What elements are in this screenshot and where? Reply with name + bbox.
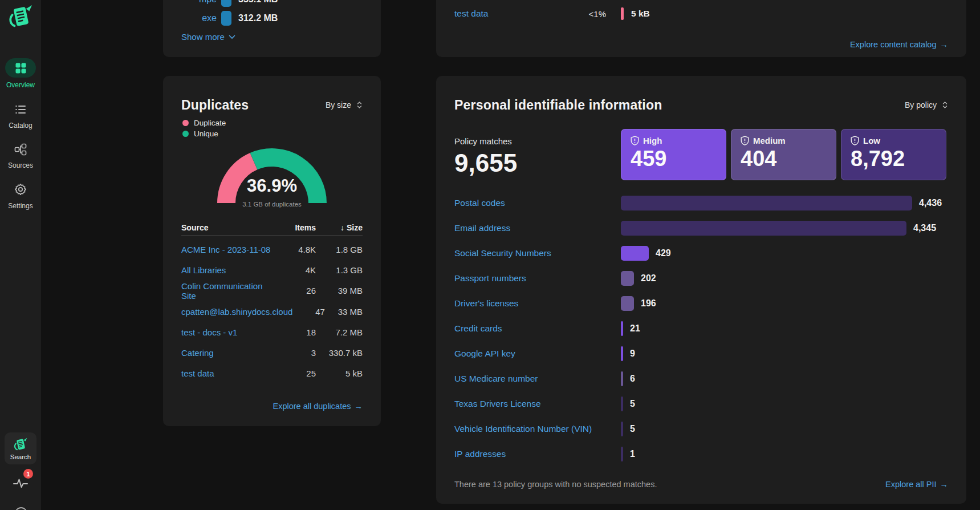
- activity-button[interactable]: 1: [0, 469, 41, 492]
- severity-value: 404: [741, 145, 827, 172]
- pii-bar: [621, 371, 623, 386]
- file-types-card: mpe335.1 MBexe312.2 MB Show more: [163, 0, 381, 57]
- pii-bar-value: 202: [641, 273, 656, 284]
- pii-category-link[interactable]: IP addresses: [454, 449, 621, 459]
- network-icon: [14, 143, 27, 158]
- pii-category-link[interactable]: Vehicle Identification Number (VIN): [454, 424, 621, 434]
- pii-category-link[interactable]: US Medicare number: [454, 374, 621, 384]
- pii-title: Personal identifiable information: [454, 98, 662, 113]
- severity-card-high[interactable]: High459: [621, 129, 726, 180]
- pii-category-link[interactable]: Google API key: [454, 349, 621, 359]
- pii-category-link[interactable]: Credit cards: [454, 323, 621, 334]
- pii-bar-value: 4,436: [919, 198, 942, 208]
- gauge-caption: 3.1 GB of duplicates: [206, 201, 338, 208]
- sidebar-item-label: Sources: [8, 161, 33, 169]
- help-icon[interactable]: [14, 504, 28, 510]
- link-label: Explore content catalog: [850, 40, 937, 49]
- size-value: 33 MB: [325, 307, 363, 317]
- pii-category-link[interactable]: Driver's licenses: [454, 298, 621, 309]
- policy-matches-label: Policy matches: [454, 136, 512, 146]
- severity-label: High: [643, 136, 662, 145]
- pii-category-link[interactable]: Social Security Numbers: [454, 248, 621, 258]
- shield-icon: [851, 136, 859, 145]
- pii-bar: [621, 246, 649, 261]
- source-link[interactable]: Colin Communication Site: [181, 281, 276, 301]
- source-link[interactable]: cpatten@lab.shinydocs.cloud: [181, 307, 292, 317]
- file-type-link[interactable]: exe: [181, 13, 217, 23]
- explore-content-catalog-link[interactable]: Explore content catalog →: [850, 40, 948, 49]
- table-row: Catering3330.7 kB: [181, 342, 363, 363]
- source-link[interactable]: ACME Inc - 2023-11-08: [181, 245, 276, 254]
- items-value: 25: [276, 369, 316, 378]
- pii-bar-row: Email address4,345: [454, 216, 948, 241]
- pii-bar-value: 21: [630, 323, 640, 334]
- pii-bar: [621, 422, 623, 436]
- pii-bar: [621, 196, 912, 211]
- pii-bar-value: 4,345: [913, 223, 936, 233]
- size-value: 39 MB: [316, 286, 363, 296]
- file-type-link[interactable]: mpe: [181, 0, 217, 5]
- size-value: 1.8 GB: [316, 245, 363, 254]
- severity-label: Low: [863, 136, 880, 145]
- size-value: 1.3 GB: [316, 265, 363, 275]
- severity-label-row: High: [631, 136, 717, 145]
- sidebar-item-overview[interactable]: Overview: [0, 58, 41, 89]
- source-link[interactable]: test data: [181, 369, 276, 378]
- explore-all-pii-link[interactable]: Explore all PII →: [885, 480, 948, 489]
- duplicates-table-rows: ACME Inc - 2023-11-084.8K1.8 GBAll Libra…: [181, 239, 363, 384]
- sidebar-item-sources[interactable]: Sources: [0, 143, 41, 169]
- policy-matches-value: 9,655: [454, 149, 517, 177]
- source-link[interactable]: test - docs - v1: [181, 327, 276, 337]
- pii-category-link[interactable]: Email address: [454, 223, 621, 233]
- pii-card: Personal identifiable information By pol…: [436, 76, 966, 504]
- legend-item: Duplicate: [182, 118, 226, 128]
- link-label: Explore all duplicates: [273, 402, 351, 411]
- show-more-link[interactable]: Show more: [181, 32, 235, 42]
- severity-value: 459: [631, 145, 717, 172]
- source-link[interactable]: Catering: [181, 348, 276, 358]
- list-icon: [14, 103, 27, 118]
- pii-bar-row: Postal codes4,436: [454, 191, 948, 216]
- duplicates-card: Duplicates By size DuplicateUnique 36.9%…: [163, 76, 381, 426]
- chevron-down-icon: [229, 35, 235, 39]
- sidebar-item-settings[interactable]: Settings: [0, 183, 41, 210]
- pii-category-link[interactable]: Passport numbers: [454, 273, 621, 284]
- sidebar-item-catalog[interactable]: Catalog: [0, 103, 41, 129]
- table-row: test - docs - v1187.2 MB: [181, 322, 363, 342]
- items-header[interactable]: Items: [276, 223, 316, 232]
- pii-sort-dropdown[interactable]: By policy: [905, 100, 948, 110]
- severity-cards: High459Medium404Low8,792: [621, 129, 946, 180]
- pii-bar: [621, 396, 623, 411]
- size-value: 330.7 kB: [316, 348, 363, 358]
- pii-bar-row: Social Security Numbers429: [454, 241, 948, 266]
- file-type-bar: [221, 11, 231, 26]
- source-header[interactable]: Source: [181, 223, 276, 232]
- items-value: 4K: [276, 265, 316, 275]
- search-button[interactable]: Search: [5, 432, 36, 464]
- severity-card-medium[interactable]: Medium404: [731, 129, 836, 180]
- table-row: Colin Communication Site2639 MB: [181, 281, 363, 301]
- pii-bar: [621, 346, 623, 361]
- explore-all-duplicates-link[interactable]: Explore all duplicates →: [273, 402, 363, 411]
- file-type-row: exe312.2 MB: [181, 9, 363, 27]
- duplicates-gauge: 36.9% 3.1 GB of duplicates: [206, 146, 338, 213]
- duplicates-sort-dropdown[interactable]: By size: [326, 100, 363, 110]
- shinydocs-logo-icon: [13, 437, 28, 452]
- pii-bar: [621, 221, 906, 236]
- shield-icon: [631, 136, 639, 145]
- pii-bar-value: 5: [630, 399, 635, 409]
- pii-category-link[interactable]: Texas Drivers License: [454, 399, 621, 409]
- app-logo[interactable]: [7, 3, 34, 32]
- content-category-link[interactable]: test data: [454, 9, 557, 19]
- pii-category-link[interactable]: Postal codes: [454, 198, 621, 208]
- sidebar-item-label: Settings: [8, 202, 32, 210]
- sort-direction-icon: ↓: [340, 223, 344, 232]
- source-link[interactable]: All Libraries: [181, 265, 276, 275]
- pii-bar: [621, 321, 623, 336]
- legend-item: Unique: [182, 128, 226, 139]
- link-label: Explore all PII: [885, 480, 936, 489]
- size-header[interactable]: ↓ Size: [316, 223, 363, 232]
- content-category-row: test data <1% 5 kB: [454, 7, 948, 21]
- sidebar: Overview Catalog Sources Settings: [0, 0, 41, 510]
- severity-card-low[interactable]: Low8,792: [841, 129, 946, 180]
